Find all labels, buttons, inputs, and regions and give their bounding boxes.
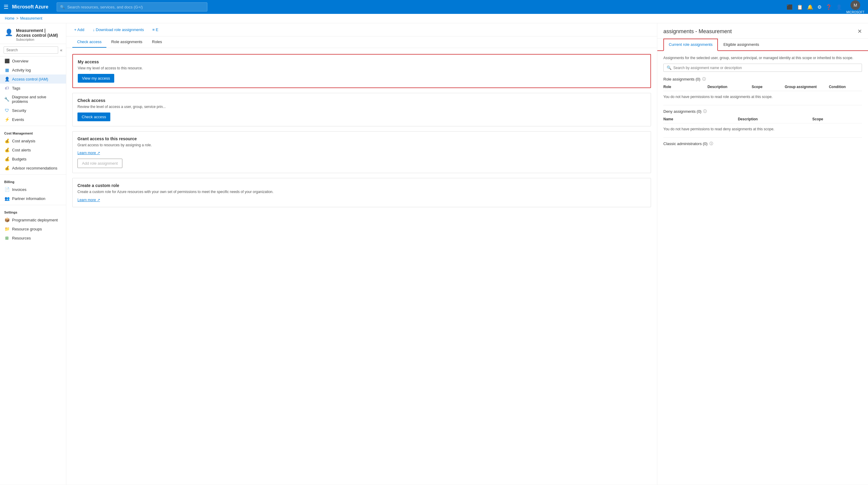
- user-label: MICROSOFT: [846, 10, 864, 14]
- azure-logo: Microsoft Azure: [12, 4, 48, 10]
- budgets-icon: 💰: [4, 156, 10, 161]
- side-tab-eligible[interactable]: Eligible assignments: [718, 38, 765, 50]
- deny-assignments-section-title: Deny assignments (0) ⓘ: [663, 109, 862, 114]
- breadcrumb-home[interactable]: Home: [5, 16, 14, 21]
- feedback-icon[interactable]: 📋: [797, 4, 803, 10]
- resources-icon: ⊞: [4, 235, 10, 240]
- col-condition: Condition: [829, 85, 862, 89]
- sidebar-item-programmatic[interactable]: 📦 Programmatic deployment: [0, 216, 66, 224]
- custom-role-learn-more[interactable]: Learn more ↗: [78, 198, 100, 202]
- sidebar-item-events[interactable]: ⚡ Events: [0, 115, 66, 124]
- grant-access-card: Grant access to this resource Grant acce…: [72, 131, 651, 173]
- my-access-title: My access: [78, 59, 646, 64]
- main-toolbar: + Add ↓ Download role assignments ≡ E: [66, 23, 657, 36]
- tab-roles[interactable]: Roles: [147, 36, 167, 48]
- advisor-icon: 💰: [4, 166, 10, 170]
- check-access-title: Check access: [78, 98, 646, 103]
- side-panel-close-button[interactable]: ✕: [858, 28, 862, 35]
- section-cost-management: Cost Management: [0, 128, 66, 136]
- add-button[interactable]: + Add: [72, 26, 86, 33]
- hamburger-menu[interactable]: ☰: [4, 4, 8, 10]
- my-access-description: View my level of access to this resource…: [78, 66, 646, 70]
- side-panel-content: Assignments for the selected user, group…: [657, 51, 868, 485]
- role-assignments-info-icon[interactable]: ⓘ: [702, 77, 706, 82]
- side-panel-title: assignments - Measurement: [663, 28, 732, 35]
- classic-admins-section-title: Classic administrators (0) ⓘ: [663, 141, 862, 146]
- topbar: ☰ Microsoft Azure 🔍 Search resources, se…: [0, 0, 868, 14]
- sidebar-resource-title: Measurement | Access control (IAM): [16, 28, 61, 38]
- side-panel-description: Assignments for the selected user, group…: [663, 56, 862, 60]
- sidebar-item-resource-groups[interactable]: 📁 Resource groups: [0, 224, 66, 233]
- sidebar-divider-2: [0, 174, 66, 175]
- sidebar-item-budgets[interactable]: 💰 Budgets: [0, 154, 66, 164]
- side-tab-current[interactable]: Current role assignments: [663, 38, 718, 51]
- notifications-icon[interactable]: 🔔: [807, 4, 813, 10]
- sidebar-item-diagnose[interactable]: 🔧 Diagnose and solve problems: [0, 93, 66, 106]
- sidebar-item-iam[interactable]: 👤 Access control (IAM): [0, 75, 66, 84]
- my-access-card: My access View my level of access to thi…: [72, 54, 651, 88]
- tab-check-access[interactable]: Check access: [72, 36, 106, 48]
- activity-log-icon: ▦: [4, 67, 10, 73]
- cost-analysis-icon: 💰: [4, 138, 10, 143]
- assignment-search-input[interactable]: [673, 66, 859, 70]
- check-access-button[interactable]: Check access: [78, 113, 110, 121]
- directory-icon[interactable]: 👤: [836, 4, 842, 10]
- sidebar-item-label: Invoices: [12, 187, 27, 192]
- sidebar-item-label: Access control (IAM): [12, 77, 48, 81]
- main-layout: 👤 Measurement | Access control (IAM) Sub…: [0, 23, 868, 485]
- user-menu[interactable]: M MICROSOFT: [846, 0, 864, 14]
- custom-role-card: Create a custom role Create a custom rol…: [72, 178, 651, 207]
- deny-col-description: Description: [738, 117, 812, 121]
- sidebar-item-partner[interactable]: 👥 Partner information: [0, 194, 66, 203]
- view-my-access-button[interactable]: View my access: [78, 74, 114, 83]
- deny-col-scope: Scope: [812, 117, 862, 121]
- grant-access-learn-more[interactable]: Learn more ↗: [78, 151, 646, 155]
- col-role: Role: [663, 85, 707, 89]
- breadcrumb-current[interactable]: Measurement: [20, 16, 42, 21]
- cloud-shell-icon[interactable]: ⬛: [786, 4, 793, 10]
- sidebar-item-security[interactable]: 🛡 Security: [0, 106, 66, 115]
- deny-assignments-table-header: Name Description Scope: [663, 115, 862, 123]
- col-scope: Scope: [752, 85, 785, 89]
- sidebar-item-overview[interactable]: ⬛ Overview: [0, 56, 66, 65]
- custom-role-description: Create a custom role for Azure resources…: [78, 190, 646, 194]
- sidebar-item-label: Overview: [12, 59, 28, 63]
- side-panel-header: assignments - Measurement ✕: [657, 23, 868, 38]
- sidebar-item-invoices[interactable]: 📄 Invoices: [0, 185, 66, 194]
- classic-admins-info-icon[interactable]: ⓘ: [710, 141, 713, 146]
- global-search[interactable]: 🔍 Search resources, services, and docs (…: [57, 2, 207, 11]
- sidebar-item-label: Diagnose and solve problems: [12, 95, 62, 104]
- sidebar-item-label: Events: [12, 117, 24, 122]
- sidebar-search-input[interactable]: [4, 47, 58, 54]
- more-button[interactable]: ≡ E: [150, 26, 160, 33]
- sidebar-item-resources[interactable]: ⊞ Resources: [0, 233, 66, 242]
- role-assignments-label: Role assignments (0): [663, 77, 701, 81]
- download-button[interactable]: ↓ Download role assignments: [91, 26, 146, 33]
- role-assignments-table-header: Role Description Scope Group assignment …: [663, 83, 862, 91]
- sidebar-item-label: Programmatic deployment: [12, 218, 58, 222]
- sidebar-item-tags[interactable]: 🏷 Tags: [0, 84, 66, 93]
- resource-groups-icon: 📁: [4, 227, 10, 231]
- add-role-assignment-button[interactable]: Add role assignment: [78, 159, 122, 168]
- avatar: M: [850, 0, 860, 10]
- side-panel-search-container[interactable]: 🔍: [663, 64, 862, 72]
- help-icon[interactable]: ❓: [826, 4, 832, 10]
- tab-role-assignments[interactable]: Role assignments: [106, 36, 147, 48]
- sidebar-collapse-button[interactable]: «: [60, 48, 62, 53]
- cost-alerts-icon: 💰: [4, 147, 10, 152]
- sidebar-item-cost-alerts[interactable]: 💰 Cost alerts: [0, 145, 66, 154]
- sidebar-item-label: Budgets: [12, 157, 27, 161]
- section-divider-2: [663, 137, 862, 138]
- sidebar-item-cost-analysis[interactable]: 💰 Cost analysis: [0, 136, 66, 145]
- sidebar-item-advisor[interactable]: 💰 Advisor recommendations: [0, 164, 66, 173]
- diagnose-icon: 🔧: [4, 97, 9, 102]
- deny-assignments-label: Deny assignments (0): [663, 109, 701, 114]
- deny-assignments-no-permission: You do not have permissions to read deny…: [663, 124, 862, 134]
- section-billing: Billing: [0, 176, 66, 185]
- deny-assignments-info-icon[interactable]: ⓘ: [703, 109, 707, 114]
- side-panel-tabs: Current role assignments Eligible assign…: [657, 38, 868, 51]
- iam-nav-icon: 👤: [4, 77, 10, 81]
- settings-icon[interactable]: ⚙: [817, 4, 822, 10]
- sidebar-item-activity-log[interactable]: ▦ Activity log: [0, 65, 66, 75]
- sidebar-search-container: «: [0, 44, 66, 56]
